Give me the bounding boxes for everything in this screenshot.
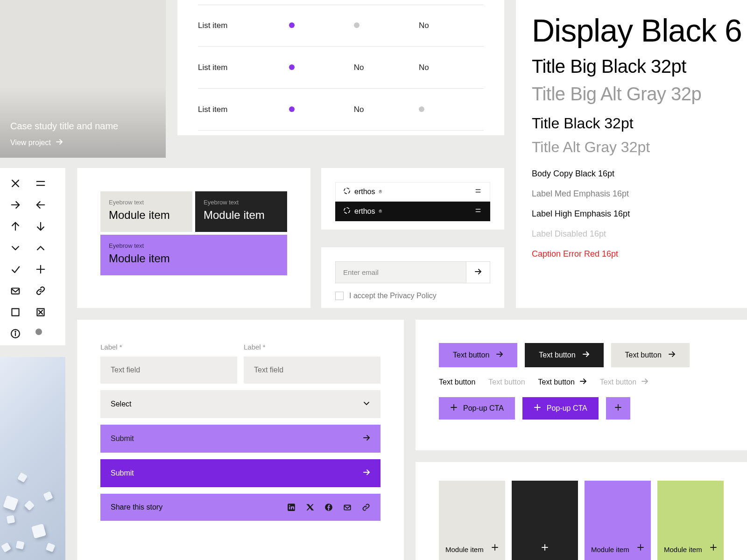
- text-field[interactable]: Text field: [100, 357, 237, 384]
- status-dot-gray: [354, 22, 359, 28]
- arrow-right-icon: [363, 469, 370, 478]
- erthos-icon: [343, 207, 351, 216]
- swatch-lime[interactable]: Module item: [657, 481, 724, 560]
- view-project-link[interactable]: View project: [10, 138, 155, 147]
- type-title-black: Title Black 32pt: [532, 115, 731, 132]
- popup-cta-lilac[interactable]: Pop-up CTA: [439, 397, 515, 420]
- close-icon: [10, 178, 21, 189]
- x-twitter-icon[interactable]: [306, 503, 314, 511]
- header-dark: erthos®: [335, 202, 490, 221]
- module-item-gray[interactable]: Eyebrow text Module item: [100, 191, 192, 232]
- chevron-up-icon: [35, 243, 46, 253]
- module-item-purple[interactable]: Eyebrow text Module item: [100, 235, 287, 275]
- type-title-big-black: Title Big Black 32pt: [532, 56, 731, 77]
- chevron-down-icon: [363, 399, 370, 409]
- arrow-right-icon: [641, 378, 648, 387]
- plus-icon: [491, 543, 499, 553]
- type-display: Display Black 6: [532, 12, 731, 49]
- typography-specimen: Display Black 6 Title Big Black 32pt Tit…: [516, 0, 747, 308]
- type-title-big-gray: Title Big Alt Gray 32p: [532, 84, 731, 105]
- submit-button-purple[interactable]: Submit: [100, 459, 381, 487]
- type-caption-error: Caption Error Red 16pt: [532, 249, 731, 259]
- plus-icon: [534, 404, 541, 413]
- popup-cta-purple[interactable]: Pop-up CTA: [522, 397, 599, 420]
- menu-icon[interactable]: [474, 188, 482, 196]
- arrow-right-icon: [668, 350, 676, 360]
- brand-logo[interactable]: erthos®: [343, 207, 382, 216]
- text-link[interactable]: Text button: [439, 378, 475, 386]
- square-icon: [10, 307, 21, 317]
- type-body: Body Copy Black 16pt: [532, 169, 731, 179]
- arrow-right-icon: [579, 378, 587, 387]
- swatch-gray[interactable]: Module item: [439, 481, 505, 560]
- table-row: List item No: [198, 5, 484, 47]
- text-link-arrow-muted[interactable]: Text button: [600, 378, 648, 387]
- arrow-right-icon: [582, 350, 590, 360]
- text-button-dark[interactable]: Text button: [525, 343, 603, 367]
- plus-icon: [614, 404, 622, 413]
- square-x-icon: [35, 307, 46, 317]
- text-link-muted[interactable]: Text button: [488, 378, 525, 386]
- arrow-down-icon: [35, 221, 46, 231]
- email-subscribe-panel: I accept the Privacy Policy: [321, 247, 504, 308]
- image-thumbnail: [0, 357, 65, 560]
- list-table: List item No List item No No List item N…: [177, 0, 504, 135]
- plus-icon: [541, 543, 549, 553]
- svg-point-21: [289, 505, 290, 506]
- form-panel: Label * Text field Label * Text field Se…: [77, 320, 404, 560]
- field-label: Label *: [100, 343, 237, 351]
- arrow-left-icon: [35, 200, 46, 210]
- case-study-title: Case study title and name: [10, 121, 155, 132]
- linkedin-icon[interactable]: [287, 503, 296, 511]
- privacy-label: I accept the Privacy Policy: [349, 292, 437, 300]
- field-label: Label *: [244, 343, 381, 351]
- status-dot-purple: [289, 64, 295, 70]
- arrow-right-icon: [363, 434, 370, 443]
- check-icon: [10, 264, 21, 274]
- type-title-gray: Title Alt Gray 32pt: [532, 139, 731, 156]
- plus-icon: [35, 264, 46, 274]
- submit-button-lilac[interactable]: Submit: [100, 425, 381, 453]
- chevron-down-icon: [10, 243, 21, 253]
- text-button-lilac[interactable]: Text button: [439, 343, 517, 367]
- info-icon: [10, 329, 21, 339]
- type-label-high: Label High Emphasis 16pt: [532, 209, 731, 219]
- privacy-checkbox[interactable]: [335, 292, 344, 300]
- arrow-right-icon: [10, 200, 21, 210]
- swatch-lilac[interactable]: Module item: [585, 481, 651, 560]
- select-dropdown[interactable]: Select: [100, 390, 381, 418]
- popup-cta-icon-only[interactable]: [606, 397, 630, 420]
- brand-logo[interactable]: erthos®: [343, 187, 382, 196]
- status-dot-purple: [289, 106, 295, 112]
- type-label-disabled: Label Disabled 16pt: [532, 229, 731, 239]
- submit-email-button[interactable]: [466, 261, 490, 283]
- module-item-dark[interactable]: Eyebrow text Module item: [195, 191, 287, 232]
- link-icon[interactable]: [362, 503, 370, 511]
- svg-rect-20: [289, 506, 290, 509]
- mail-icon: [10, 286, 21, 296]
- text-field[interactable]: Text field: [244, 357, 381, 384]
- arrow-up-icon: [10, 221, 21, 231]
- email-input[interactable]: [335, 261, 466, 283]
- buttons-panel: Text button Text button Text button Text…: [416, 320, 747, 450]
- menu-icon: [35, 178, 46, 189]
- arrow-right-icon: [474, 268, 482, 277]
- mail-icon[interactable]: [343, 503, 352, 511]
- swatch-dark[interactable]: [512, 481, 578, 560]
- module-items-panel: Eyebrow text Module item Eyebrow text Mo…: [77, 168, 310, 308]
- text-link-arrow[interactable]: Text button: [538, 378, 587, 387]
- plus-icon: [637, 543, 644, 553]
- facebook-icon[interactable]: [324, 503, 333, 511]
- text-button-gray[interactable]: Text button: [611, 343, 690, 367]
- menu-icon[interactable]: [474, 207, 482, 216]
- share-bar: Share this story: [100, 494, 381, 521]
- plus-icon: [710, 543, 717, 553]
- swatches-panel: Module item Module item Module item: [416, 462, 747, 560]
- plus-icon: [450, 404, 458, 413]
- header-bars-panel: erthos® erthos®: [321, 168, 504, 230]
- case-study-card[interactable]: Case study title and name View project: [0, 0, 166, 158]
- arrow-right-icon: [496, 350, 503, 360]
- table-row: List item No No: [198, 47, 484, 89]
- icon-grid: [0, 168, 65, 345]
- erthos-icon: [343, 187, 351, 196]
